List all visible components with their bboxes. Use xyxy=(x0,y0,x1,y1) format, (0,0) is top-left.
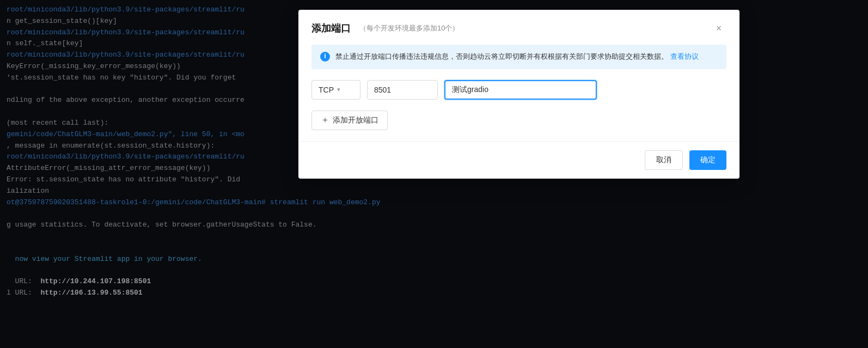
modal-header: 添加端口 （每个开发环境最多添加10个） × xyxy=(298,10,739,45)
notice-link[interactable]: 查看协议 xyxy=(670,52,699,60)
info-icon: i xyxy=(320,52,330,62)
protocol-value: TCP xyxy=(319,86,334,94)
name-input[interactable] xyxy=(444,80,597,100)
plus-icon: ＋ xyxy=(321,114,329,126)
add-port-modal: 添加端口 （每个开发环境最多添加10个） × i 禁止通过开放端口传播违法违规信… xyxy=(298,10,739,179)
form-row: TCP ▾ xyxy=(298,80,739,111)
notice-text: 禁止通过开放端口传播违法违规信息，否则趋动云将立即切断并有权根据有关部门要求协助… xyxy=(335,51,718,63)
add-port-label: 添加开放端口 xyxy=(333,115,378,125)
modal-subtitle: （每个开发环境最多添加10个） xyxy=(359,23,459,33)
close-button[interactable]: × xyxy=(711,21,726,36)
modal-footer: 取消 确定 xyxy=(298,141,739,179)
port-input[interactable] xyxy=(367,80,438,100)
notice-banner: i 禁止通过开放端口传播违法违规信息，否则趋动云将立即切断并有权根据有关部门要求… xyxy=(311,45,726,69)
add-open-port-button[interactable]: ＋ 添加开放端口 xyxy=(311,111,388,130)
protocol-select[interactable]: TCP ▾ xyxy=(311,80,360,100)
confirm-button[interactable]: 确定 xyxy=(689,150,726,170)
modal-title-row: 添加端口 （每个开发环境最多添加10个） xyxy=(311,22,459,35)
modal-title: 添加端口 xyxy=(311,22,351,35)
chevron-down-icon: ▾ xyxy=(337,86,340,93)
cancel-button[interactable]: 取消 xyxy=(645,150,683,170)
